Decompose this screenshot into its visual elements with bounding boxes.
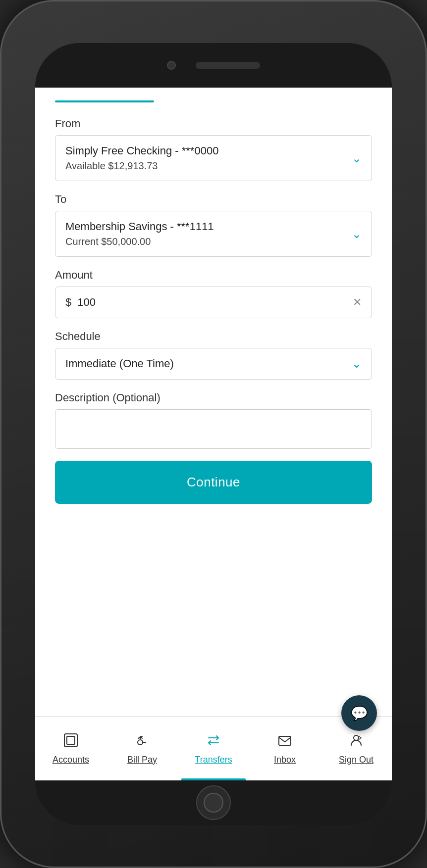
- svg-rect-1: [67, 736, 75, 744]
- svg-rect-0: [64, 734, 77, 747]
- clear-amount-icon[interactable]: ✕: [353, 296, 362, 309]
- inbox-label: Inbox: [274, 755, 296, 765]
- transfer-form: From Simply Free Checking - ***0000 Avai…: [35, 102, 392, 716]
- continue-button[interactable]: Continue: [55, 461, 372, 504]
- amount-field-group: Amount $ ✕: [55, 269, 372, 318]
- screen-content: From Simply Free Checking - ***0000 Avai…: [35, 88, 392, 780]
- transfers-label: Transfers: [195, 755, 232, 765]
- nav-transfers[interactable]: Transfers: [178, 732, 249, 765]
- nav-accounts[interactable]: Accounts: [35, 732, 107, 765]
- phone-bottom-bar: [35, 780, 392, 825]
- active-nav-underline: [181, 778, 246, 780]
- nav-sign-out[interactable]: Sign Out: [320, 732, 392, 765]
- svg-point-2: [138, 740, 143, 745]
- description-field-group: Description (Optional): [55, 391, 372, 449]
- to-chevron-down-icon: ⌄: [352, 228, 362, 240]
- from-chevron-down-icon: ⌄: [352, 152, 362, 164]
- to-label: To: [55, 193, 372, 206]
- sign-out-label: Sign Out: [339, 755, 374, 765]
- to-dropdown-text: Membership Savings - ***1111 Current $50…: [65, 220, 214, 247]
- nav-bill-pay[interactable]: Bill Pay: [107, 732, 178, 765]
- schedule-dropdown[interactable]: Immediate (One Time) ⌄: [55, 348, 372, 380]
- amount-label: Amount: [55, 269, 372, 282]
- svg-point-4: [354, 735, 359, 740]
- screen: From Simply Free Checking - ***0000 Avai…: [35, 88, 392, 780]
- description-label: Description (Optional): [55, 391, 372, 404]
- top-tab-indicator: [35, 88, 392, 102]
- amount-box: $ ✕: [55, 287, 372, 318]
- inbox-icon: [277, 732, 293, 751]
- to-field-group: To Membership Savings - ***1111 Current …: [55, 193, 372, 257]
- chat-bubble-button[interactable]: 💬: [341, 695, 377, 731]
- sign-out-icon: [348, 732, 364, 751]
- accounts-icon: [63, 732, 79, 751]
- transfers-icon: [206, 732, 221, 751]
- to-account-name: Membership Savings - ***1111: [65, 220, 214, 233]
- from-dropdown[interactable]: Simply Free Checking - ***0000 Available…: [55, 135, 372, 181]
- phone-top-bar: [35, 43, 392, 88]
- dollar-sign: $: [65, 296, 71, 309]
- bill-pay-icon: [134, 732, 150, 751]
- camera: [167, 61, 176, 70]
- schedule-value: Immediate (One Time): [65, 357, 174, 370]
- description-input[interactable]: [55, 409, 372, 449]
- schedule-label: Schedule: [55, 330, 372, 343]
- from-dropdown-text: Simply Free Checking - ***0000 Available…: [65, 145, 218, 172]
- from-account-balance: Available $12,913.73: [65, 160, 218, 172]
- speaker: [196, 62, 260, 69]
- phone-inner: From Simply Free Checking - ***0000 Avai…: [35, 43, 392, 825]
- bottom-navigation: Accounts Bill Pay: [35, 716, 392, 780]
- chat-icon: 💬: [351, 705, 368, 722]
- to-account-balance: Current $50,000.00: [65, 236, 214, 247]
- home-button[interactable]: [196, 785, 231, 820]
- to-dropdown[interactable]: Membership Savings - ***1111 Current $50…: [55, 211, 372, 257]
- home-button-inner: [204, 793, 223, 813]
- schedule-chevron-down-icon: ⌄: [352, 358, 362, 370]
- phone-device: From Simply Free Checking - ***0000 Avai…: [0, 0, 427, 868]
- amount-input[interactable]: [77, 296, 347, 309]
- schedule-field-group: Schedule Immediate (One Time) ⌄: [55, 330, 372, 380]
- bill-pay-label: Bill Pay: [127, 755, 157, 765]
- accounts-label: Accounts: [53, 755, 89, 765]
- from-field-group: From Simply Free Checking - ***0000 Avai…: [55, 117, 372, 181]
- svg-rect-3: [279, 736, 291, 745]
- from-account-name: Simply Free Checking - ***0000: [65, 145, 218, 157]
- nav-inbox[interactable]: Inbox: [249, 732, 320, 765]
- from-label: From: [55, 117, 372, 130]
